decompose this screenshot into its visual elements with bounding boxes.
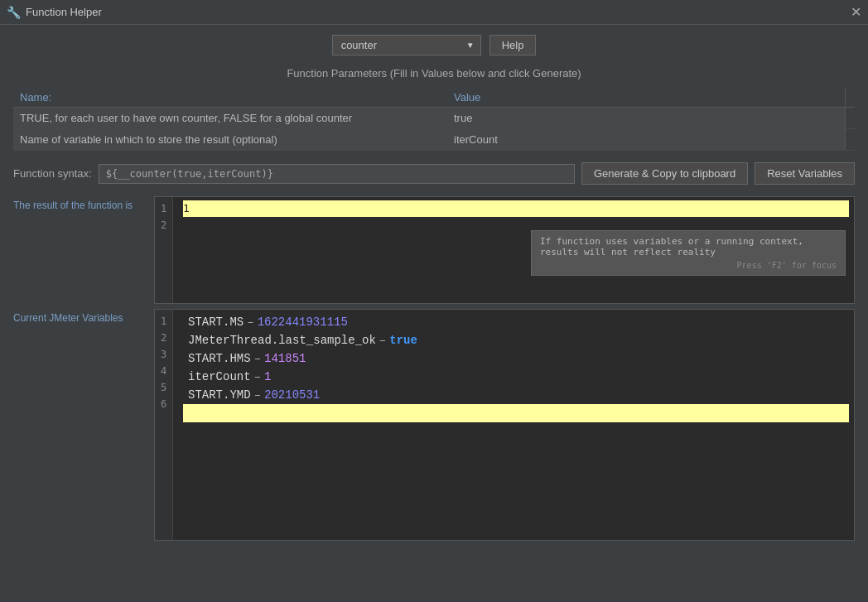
variables-label: Current JMeter Variables	[13, 309, 154, 541]
name-column-header: Name:	[13, 88, 444, 108]
var-line-number-4: 4	[155, 363, 172, 379]
var-line-number-5: 5	[155, 379, 172, 396]
var-line: JMeterThread.last_sample_ok–true	[183, 331, 849, 349]
value-column-header: Value	[444, 88, 845, 108]
tooltip-text: If function uses variables or a running …	[540, 236, 837, 258]
function-dropdown-wrapper: counter __counter __time __threadNum __R…	[332, 35, 481, 55]
var-line: START.HMS–141851	[183, 349, 849, 368]
tooltip-focus: Press 'F2' for focus	[540, 261, 837, 270]
variables-line-numbers: 123456	[155, 310, 173, 540]
variables-editor[interactable]: 123456 START.MS–1622441931115JMeterThrea…	[154, 309, 855, 541]
var-line	[183, 404, 849, 422]
main-content: counter __counter __time __threadNum __R…	[0, 25, 868, 551]
params-row: Name of variable in which to store the r…	[13, 129, 855, 151]
function-select[interactable]: counter __counter __time __threadNum __R…	[332, 35, 481, 55]
params-row: TRUE, for each user to have own counter,…	[13, 108, 855, 129]
line-number-1: 1	[155, 200, 172, 217]
app-icon: 🔧	[7, 6, 21, 19]
syntax-row: Function syntax: Generate & Copy to clip…	[13, 162, 855, 185]
param-value-1[interactable]: iterCount	[444, 129, 845, 151]
scrollbar-header	[845, 88, 855, 108]
params-description: Function Parameters (Fill in Values belo…	[13, 67, 855, 79]
result-line-1: 1	[183, 200, 849, 217]
params-table: Name: Value TRUE, for each user to have …	[13, 88, 855, 151]
var-line-number-6: 6	[155, 396, 172, 412]
scrollbar-cell-0	[845, 108, 855, 129]
param-name-1: Name of variable in which to store the r…	[13, 129, 444, 151]
result-label: The result of the function is	[13, 196, 154, 304]
param-value-0[interactable]: true	[444, 108, 845, 129]
variables-section: Current JMeter Variables 123456 START.MS…	[13, 309, 855, 541]
scrollbar-cell-1	[845, 129, 855, 151]
var-line-number-3: 3	[155, 346, 172, 363]
result-editor[interactable]: 1 2 1 If function uses variables or a ru…	[154, 196, 855, 304]
result-line-2	[183, 219, 190, 231]
result-section: The result of the function is 1 2 1 If f…	[13, 196, 855, 304]
line-number-2: 2	[155, 217, 172, 234]
var-line-number-2: 2	[155, 330, 172, 346]
result-line-numbers: 1 2	[155, 197, 173, 303]
var-line: iterCount–1	[183, 368, 849, 386]
generate-button[interactable]: Generate & Copy to clipboard	[581, 162, 748, 185]
window-title: Function Helper	[26, 6, 102, 18]
close-button[interactable]: ✕	[851, 6, 861, 19]
param-name-0: TRUE, for each user to have own counter,…	[13, 108, 444, 129]
var-line-number-1: 1	[155, 313, 172, 330]
syntax-label: Function syntax:	[13, 167, 92, 180]
var-line: START.YMD–20210531	[183, 386, 849, 404]
top-bar: counter __counter __time __threadNum __R…	[13, 35, 855, 55]
syntax-input[interactable]	[99, 164, 575, 184]
reset-button[interactable]: Reset Variables	[755, 162, 855, 185]
variables-content: START.MS–1622441931115JMeterThread.last_…	[178, 310, 854, 426]
tooltip-box: If function uses variables or a running …	[531, 230, 846, 276]
help-button[interactable]: Help	[489, 35, 537, 55]
title-bar: 🔧 Function Helper ✕	[0, 0, 868, 25]
var-line: START.MS–1622441931115	[183, 313, 849, 331]
